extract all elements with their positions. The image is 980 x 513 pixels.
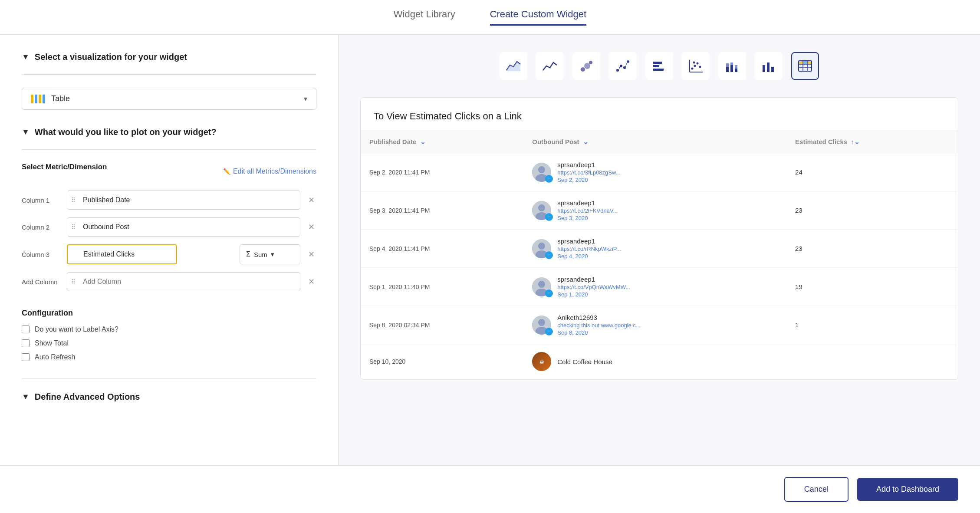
outbound-link-date: Sep 2, 2020 <box>557 177 620 183</box>
show-total-checkbox[interactable] <box>22 339 30 347</box>
line-chart-btn[interactable] <box>536 52 564 80</box>
tab-create-custom-widget[interactable]: Create Custom Widget <box>490 9 587 26</box>
advanced-options-chevron[interactable]: ▼ <box>22 392 30 401</box>
bottom-actions-bar: Cancel Add to Dashboard <box>0 465 980 513</box>
bubble-chart-btn[interactable] <box>572 52 600 80</box>
svg-point-42 <box>538 243 545 250</box>
clicks-cell: 23 <box>786 191 958 230</box>
visualization-section-title: Select a visualization for your widget <box>35 52 187 62</box>
add-column-remove-icon[interactable]: ✕ <box>306 275 316 288</box>
sum-chevron-down-icon: ▾ <box>271 250 274 258</box>
table-row: Sep 4, 2020 11:41 PM🐦sprsandeep1https://… <box>361 230 958 268</box>
tab-widget-library[interactable]: Widget Library <box>394 9 455 26</box>
svg-rect-34 <box>808 61 811 64</box>
plot-section: ▼ What would you like to plot on your wi… <box>22 127 316 291</box>
plot-section-title: What would you like to plot on your widg… <box>35 127 217 137</box>
svg-rect-26 <box>771 67 774 72</box>
svg-rect-21 <box>730 62 733 65</box>
table-header-row: Published Date ⌄ Outbound Post ⌄ Estimat… <box>361 131 958 153</box>
outbound-post-cell: 🐦sprsandeep1https://t.co/3fLp08zgSw...Se… <box>523 153 786 191</box>
outbound-post-cell: 🐦sprsandeep1https://t.co/VpQnWaWvMW...Se… <box>523 268 786 306</box>
clicks-cell: 23 <box>786 230 958 268</box>
add-column-input[interactable] <box>67 272 300 291</box>
svg-point-17 <box>693 62 695 64</box>
area-chart-btn[interactable] <box>500 52 527 80</box>
svg-rect-10 <box>653 69 664 71</box>
label-axis-checkbox[interactable] <box>22 326 30 333</box>
visualization-section-header: ▼ Select a visualization for your widget <box>22 52 316 62</box>
outbound-post-cell: 🐦sprsandeep1https://t.co/2lFKVdrlaV...Se… <box>523 191 786 230</box>
outbound-link[interactable]: https://t.co/2lFKVdrlaV... <box>557 207 618 214</box>
sum-label: Sum <box>254 251 267 258</box>
svg-rect-18 <box>726 67 729 72</box>
estimated-clicks-sort-icon[interactable]: ↑⌄ <box>851 138 860 145</box>
viz-chevron-down-icon: ▾ <box>304 95 307 103</box>
advanced-options-title: Define Advanced Options <box>35 392 140 402</box>
col-published-date-header: Published Date ⌄ <box>361 131 523 153</box>
column-1-remove-icon[interactable]: ✕ <box>306 194 316 207</box>
column-3-remove-icon[interactable]: ✕ <box>306 248 316 261</box>
outbound-post-cell: ☕Cold Coffee House <box>523 344 786 379</box>
svg-point-3 <box>589 61 592 64</box>
preview-container: To View Estimated Clicks on a Link Publi… <box>360 97 958 380</box>
pencil-icon: ✏️ <box>223 168 230 175</box>
plot-section-chevron[interactable]: ▼ <box>22 128 30 137</box>
outbound-link[interactable]: https://t.co/VpQnWaWvMW... <box>557 284 630 290</box>
twitter-badge-icon: 🐦 <box>545 328 553 335</box>
column-1-drag-icon: ⠿ <box>71 197 76 204</box>
advanced-options-header: ▼ Define Advanced Options <box>22 392 316 402</box>
svg-point-39 <box>538 204 545 211</box>
horizontal-bar-btn[interactable] <box>645 52 673 80</box>
column-2-input-wrapper: ⠿ <box>67 217 300 237</box>
auto-refresh-checkbox[interactable] <box>22 353 30 361</box>
connected-scatter-btn[interactable] <box>609 52 637 80</box>
outbound-link[interactable]: https://t.co/rRNkpWkziP... <box>557 246 621 252</box>
outbound-post-sort-icon[interactable]: ⌄ <box>583 138 589 145</box>
column-3-input[interactable] <box>67 244 177 264</box>
svg-point-13 <box>691 68 694 70</box>
svg-point-4 <box>616 69 619 72</box>
advanced-options-section: ▼ Define Advanced Options <box>22 378 316 402</box>
label-axis-row: Do you want to Label Axis? <box>22 326 316 333</box>
configuration-title: Configuration <box>22 309 316 318</box>
svg-point-16 <box>699 66 701 68</box>
published-date-sort-icon[interactable]: ⌄ <box>420 138 426 145</box>
viz-select-label: Table <box>51 94 298 103</box>
column-2-row: Column 2 ⠿ ✕ <box>22 217 316 237</box>
table-row: Sep 2, 2020 11:41 PM🐦sprsandeep1https://… <box>361 153 958 191</box>
chart-type-icons-row <box>360 52 958 80</box>
svg-point-48 <box>538 319 545 326</box>
outbound-user-name: sprsandeep1 <box>557 237 621 245</box>
auto-refresh-label: Auto Refresh <box>35 353 75 361</box>
outbound-link[interactable]: https://t.co/3fLp08zgSw... <box>557 169 620 176</box>
plot-section-header: ▼ What would you like to plot on your wi… <box>22 127 316 137</box>
column-2-label: Column 2 <box>22 224 61 231</box>
outbound-link[interactable]: checking this out www.google.c... <box>557 322 641 329</box>
visualization-select[interactable]: Table ▾ <box>22 88 316 110</box>
scatter-chart-btn[interactable] <box>682 52 710 80</box>
main-content: ▼ Select a visualization for your widget… <box>0 35 980 465</box>
add-to-dashboard-button[interactable]: Add to Dashboard <box>857 478 958 501</box>
table-row: Sep 10, 2020☕Cold Coffee House <box>361 344 958 379</box>
clicks-cell: 24 <box>786 153 958 191</box>
add-column-drag-icon: ⠿ <box>71 278 76 285</box>
right-panel: To View Estimated Clicks on a Link Publi… <box>339 35 980 465</box>
table-chart-btn[interactable] <box>791 52 819 80</box>
brand-avatar: ☕ <box>532 352 551 371</box>
edit-metrics-link[interactable]: ✏️ Edit all Metrics/Dimensions <box>223 168 316 175</box>
column-3-sum-select[interactable]: Σ Sum ▾ <box>240 244 300 264</box>
avatar: 🐦 <box>532 163 551 182</box>
column-2-remove-icon[interactable]: ✕ <box>306 220 316 233</box>
vertical-bar-btn[interactable] <box>755 52 783 80</box>
svg-rect-19 <box>726 63 729 67</box>
stacked-bar-btn[interactable] <box>718 52 746 80</box>
column-2-input[interactable] <box>67 217 300 237</box>
outbound-user-name: sprsandeep1 <box>557 161 620 168</box>
cancel-button[interactable]: Cancel <box>784 477 848 502</box>
col-outbound-post-header: Outbound Post ⌄ <box>523 131 786 153</box>
visualization-section-chevron[interactable]: ▼ <box>22 53 30 62</box>
table-viz-icon <box>31 95 45 103</box>
clicks-cell: 1 <box>786 306 958 344</box>
column-1-input[interactable] <box>67 191 300 210</box>
svg-point-1 <box>581 67 585 72</box>
